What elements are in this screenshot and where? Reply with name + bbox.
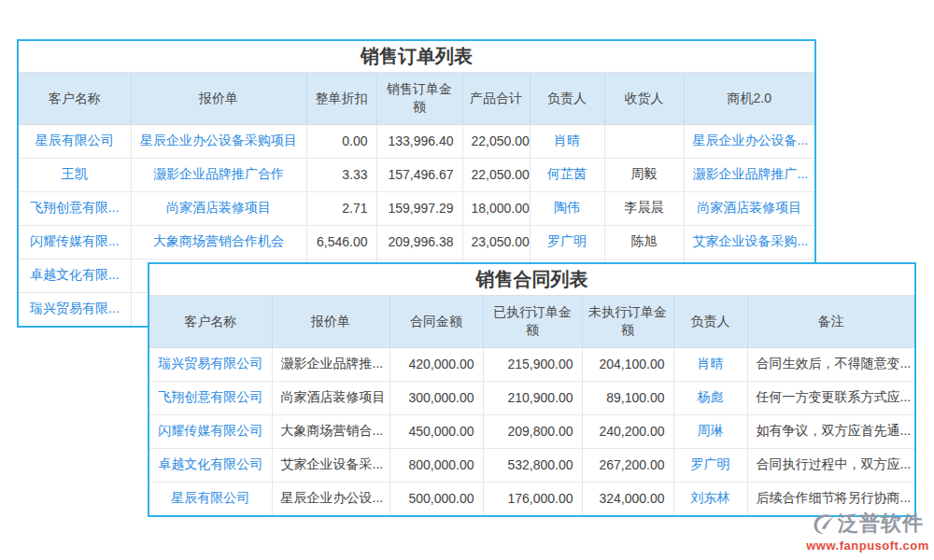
cell-discount: 2.71 bbox=[306, 191, 376, 225]
cell-quotation[interactable]: 灏影企业品牌推广合作 bbox=[131, 158, 306, 191]
cell-consignee bbox=[604, 124, 684, 158]
cell-executed_amount: 215,900.00 bbox=[483, 347, 582, 381]
table-row[interactable]: 飞翔创意有限...尚家酒店装修项目2.71159,997.2918,000.00… bbox=[19, 191, 814, 225]
cell-customer[interactable]: 瑞兴贸易有限公司 bbox=[149, 347, 272, 381]
cell-unexecuted_amount: 89,100.00 bbox=[582, 381, 673, 414]
sales-contract-header-row: 客户名称报价单合同金额已执行订单金额未执行订单金额负责人备注 bbox=[149, 296, 914, 347]
column-header-quotation: 报价单 bbox=[272, 296, 389, 347]
column-header-order_amount: 销售订单金额 bbox=[376, 73, 462, 124]
sales-contract-list-title: 销售合同列表 bbox=[149, 264, 914, 296]
column-header-owner: 负责人 bbox=[530, 73, 604, 124]
column-header-product_total: 产品合计 bbox=[462, 73, 530, 124]
cell-owner[interactable]: 罗广明 bbox=[530, 225, 604, 259]
cell-owner[interactable]: 刘东林 bbox=[673, 482, 747, 515]
cell-executed_amount: 210,900.00 bbox=[483, 381, 582, 414]
cell-customer[interactable]: 闪耀传媒有限... bbox=[19, 225, 131, 259]
cell-customer[interactable]: 卓越文化有限... bbox=[19, 259, 131, 292]
cell-quotation: 艾家企业设备采... bbox=[272, 448, 389, 482]
cell-quotation[interactable]: 大象商场营销合作机会 bbox=[131, 225, 306, 259]
cell-unexecuted_amount: 240,200.00 bbox=[582, 414, 673, 448]
cell-product_total: 23,050.00 bbox=[462, 225, 530, 259]
cell-quotation: 尚家酒店装修项目 bbox=[272, 381, 389, 414]
column-header-discount: 整单折扣 bbox=[306, 73, 376, 124]
cell-quotation: 灏影企业品牌推... bbox=[272, 347, 389, 381]
sales-order-header-row: 客户名称报价单整单折扣销售订单金额产品合计负责人收货人商机2.0 bbox=[19, 73, 814, 124]
cell-unexecuted_amount: 204,100.00 bbox=[582, 347, 673, 381]
cell-product_total: 18,000.00 bbox=[462, 191, 530, 225]
column-header-customer: 客户名称 bbox=[19, 73, 131, 124]
cell-contract_amount: 420,000.00 bbox=[389, 347, 483, 381]
sales-contract-table: 客户名称报价单合同金额已执行订单金额未执行订单金额负责人备注 瑞兴贸易有限公司灏… bbox=[149, 296, 914, 515]
sales-contract-list-panel: 销售合同列表 客户名称报价单合同金额已执行订单金额未执行订单金额负责人备注 瑞兴… bbox=[148, 262, 916, 517]
cell-executed_amount: 532,800.00 bbox=[483, 448, 582, 482]
cell-quotation[interactable]: 星辰企业办公设备采购项目 bbox=[131, 124, 306, 158]
fanpu-brand-name: 泛普软件 bbox=[838, 510, 924, 538]
column-header-remark: 备注 bbox=[747, 296, 914, 347]
cell-remark: 合同执行过程中，双方应... bbox=[747, 448, 914, 482]
table-row[interactable]: 卓越文化有限公司艾家企业设备采...800,000.00532,800.0026… bbox=[149, 448, 914, 482]
cell-customer[interactable]: 王凯 bbox=[19, 158, 131, 191]
column-header-customer: 客户名称 bbox=[149, 296, 272, 347]
table-row[interactable]: 飞翔创意有限公司尚家酒店装修项目300,000.00210,900.0089,1… bbox=[149, 381, 914, 414]
cell-customer[interactable]: 飞翔创意有限公司 bbox=[149, 381, 272, 414]
cell-consignee: 李晨晨 bbox=[604, 191, 684, 225]
cell-customer[interactable]: 星辰有限公司 bbox=[149, 482, 272, 515]
cell-executed_amount: 209,800.00 bbox=[483, 414, 582, 448]
fanpu-brand-url: www.fanpusoft.com bbox=[803, 539, 932, 553]
cell-owner[interactable]: 陶伟 bbox=[530, 191, 604, 225]
fanpu-watermark: 泛普软件 www.fanpusoft.com bbox=[803, 510, 932, 553]
cell-discount: 0.00 bbox=[306, 124, 376, 158]
sales-contract-table-body: 瑞兴贸易有限公司灏影企业品牌推...420,000.00215,900.0020… bbox=[149, 347, 914, 515]
cell-order_amount: 159,997.29 bbox=[376, 191, 462, 225]
cell-owner[interactable]: 肖晴 bbox=[530, 124, 604, 158]
cell-order_amount: 157,496.67 bbox=[376, 158, 462, 191]
column-header-opportunity: 商机2.0 bbox=[684, 73, 814, 124]
cell-consignee: 周毅 bbox=[604, 158, 684, 191]
cell-customer[interactable]: 飞翔创意有限... bbox=[19, 191, 131, 225]
table-row[interactable]: 星辰有限公司星辰企业办公设备采购项目0.00133,996.4022,050.0… bbox=[19, 124, 814, 158]
column-header-owner: 负责人 bbox=[673, 296, 747, 347]
cell-unexecuted_amount: 324,000.00 bbox=[582, 482, 673, 515]
cell-product_total: 22,050.00 bbox=[462, 158, 530, 191]
cell-consignee: 陈旭 bbox=[604, 225, 684, 259]
cell-owner[interactable]: 周琳 bbox=[673, 414, 747, 448]
cell-quotation[interactable]: 尚家酒店装修项目 bbox=[131, 191, 306, 225]
cell-owner[interactable]: 何芷茵 bbox=[530, 158, 604, 191]
column-header-contract_amount: 合同金额 bbox=[389, 296, 483, 347]
cell-customer[interactable]: 闪耀传媒有限公司 bbox=[149, 414, 272, 448]
cell-opportunity[interactable]: 艾家企业设备采购... bbox=[684, 225, 814, 259]
table-row[interactable]: 闪耀传媒有限公司大象商场营销合...450,000.00209,800.0024… bbox=[149, 414, 914, 448]
cell-opportunity[interactable]: 星辰企业办公设备... bbox=[684, 124, 814, 158]
cell-owner[interactable]: 杨彪 bbox=[673, 381, 747, 414]
table-row[interactable]: 瑞兴贸易有限公司灏影企业品牌推...420,000.00215,900.0020… bbox=[149, 347, 914, 381]
cell-contract_amount: 450,000.00 bbox=[389, 414, 483, 448]
table-row[interactable]: 王凯灏影企业品牌推广合作3.33157,496.6722,050.00何芷茵周毅… bbox=[19, 158, 814, 191]
cell-customer[interactable]: 瑞兴贸易有限... bbox=[19, 292, 131, 326]
fanpu-watermark-top: 泛普软件 bbox=[803, 510, 932, 538]
cell-contract_amount: 500,000.00 bbox=[389, 482, 483, 515]
cell-contract_amount: 300,000.00 bbox=[389, 381, 483, 414]
cell-owner[interactable]: 罗广明 bbox=[673, 448, 747, 482]
cell-discount: 3.33 bbox=[306, 158, 376, 191]
cell-remark: 合同生效后，不得随意变... bbox=[747, 347, 914, 381]
table-row[interactable]: 星辰有限公司星辰企业办公设...500,000.00176,000.00324,… bbox=[149, 482, 914, 515]
cell-customer[interactable]: 星辰有限公司 bbox=[19, 124, 131, 158]
column-header-quotation: 报价单 bbox=[131, 73, 306, 124]
cell-customer[interactable]: 卓越文化有限公司 bbox=[149, 448, 272, 482]
column-header-executed_amount: 已执行订单金额 bbox=[483, 296, 582, 347]
sales-order-list-title: 销售订单列表 bbox=[19, 41, 814, 73]
cell-order_amount: 133,996.40 bbox=[376, 124, 462, 158]
cell-remark: 任何一方变更联系方式应... bbox=[747, 381, 914, 414]
cell-product_total: 22,050.00 bbox=[462, 124, 530, 158]
cell-quotation: 大象商场营销合... bbox=[272, 414, 389, 448]
cell-owner[interactable]: 肖晴 bbox=[673, 347, 747, 381]
column-header-unexecuted_amount: 未执行订单金额 bbox=[582, 296, 673, 347]
cell-remark: 如有争议，双方应首先通... bbox=[747, 414, 914, 448]
cell-order_amount: 209,996.38 bbox=[376, 225, 462, 259]
table-row[interactable]: 闪耀传媒有限...大象商场营销合作机会6,546.00209,996.3823,… bbox=[19, 225, 814, 259]
cell-unexecuted_amount: 267,200.00 bbox=[582, 448, 673, 482]
cell-contract_amount: 800,000.00 bbox=[389, 448, 483, 482]
cell-opportunity[interactable]: 灏影企业品牌推广... bbox=[684, 158, 814, 191]
cell-quotation: 星辰企业办公设... bbox=[272, 482, 389, 515]
cell-opportunity[interactable]: 尚家酒店装修项目 bbox=[684, 191, 814, 225]
